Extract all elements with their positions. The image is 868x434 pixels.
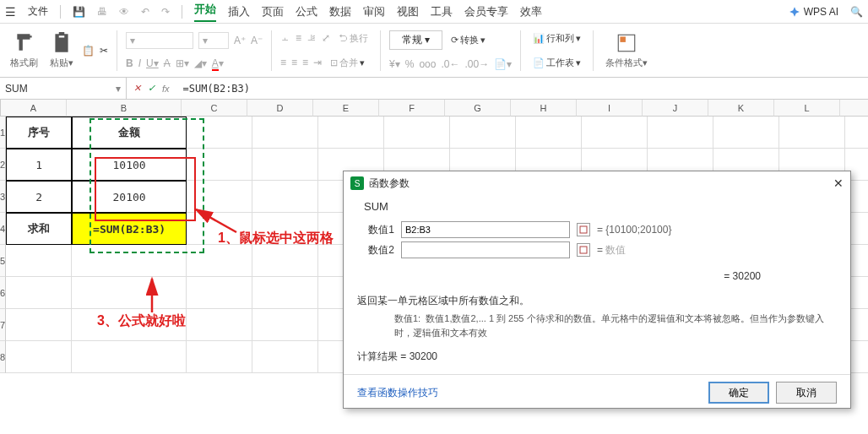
row-header[interactable]: 4 [0, 213, 6, 245]
cell[interactable] [252, 341, 318, 373]
hamburger-icon[interactable]: ☰ [5, 5, 16, 19]
cancel-formula-icon[interactable]: ✕ [133, 83, 141, 94]
comma-icon[interactable]: ooo [419, 58, 436, 70]
save-icon[interactable]: 💾 [73, 6, 85, 18]
row-header[interactable]: 5 [0, 245, 6, 277]
cell[interactable] [72, 341, 187, 373]
cell[interactable] [516, 117, 582, 149]
align-top-icon[interactable]: ⫠ [280, 32, 290, 44]
menu-file[interactable]: 文件 [28, 4, 48, 19]
fx-icon[interactable]: fx [162, 84, 170, 94]
cell[interactable] [72, 245, 187, 277]
dialog-titlebar[interactable]: S 函数参数 ✕ [344, 171, 850, 195]
col-header[interactable]: I [577, 100, 643, 117]
cell-active[interactable]: =SUM(B2:B3) [72, 213, 187, 245]
col-header[interactable]: H [511, 100, 577, 117]
cell[interactable] [72, 277, 187, 309]
cell[interactable] [72, 309, 187, 341]
cut-icon[interactable]: ✂ [100, 45, 108, 57]
formula-input[interactable]: =SUM(B2:B3) [176, 83, 868, 95]
cell[interactable] [252, 277, 318, 309]
tab-vip[interactable]: 会员专享 [464, 4, 508, 19]
col-header[interactable]: A [1, 100, 67, 117]
cell[interactable] [648, 117, 713, 149]
search-icon[interactable]: 🔍 [850, 6, 863, 18]
paste-group[interactable]: 粘贴▾ [46, 30, 77, 71]
tab-insert[interactable]: 插入 [228, 4, 250, 19]
wps-ai[interactable]: WPS AI [789, 6, 838, 18]
redo-icon[interactable]: ↷ [161, 6, 170, 18]
underline-button[interactable]: U▾ [146, 57, 159, 69]
col-header[interactable]: F [379, 100, 445, 117]
cell[interactable] [845, 117, 868, 149]
cell[interactable] [6, 277, 72, 309]
cell[interactable]: 序号 [6, 117, 72, 149]
align-left-icon[interactable]: ≡ [280, 57, 286, 68]
row-header[interactable]: 2 [0, 149, 6, 181]
cell[interactable] [6, 309, 72, 341]
name-box[interactable]: SUM▾ [0, 78, 127, 99]
col-header[interactable]: J [643, 100, 708, 117]
help-link[interactable]: 查看函数操作技巧 [357, 386, 438, 400]
format-painter-group[interactable]: 格式刷 [7, 30, 41, 71]
number-format-select[interactable]: 常规 ▾ [389, 30, 442, 50]
sheet-button[interactable]: 📄 工作表▾ [529, 55, 584, 71]
param-input-1[interactable] [401, 221, 570, 238]
row-header[interactable]: 7 [0, 309, 6, 341]
cell[interactable] [252, 245, 318, 277]
col-header[interactable]: B [67, 100, 182, 117]
row-header[interactable]: 6 [0, 277, 6, 309]
cell[interactable] [187, 277, 252, 309]
cell[interactable] [187, 245, 252, 277]
tab-review[interactable]: 审阅 [363, 4, 385, 19]
font-color-button[interactable]: A▾ [212, 57, 224, 69]
cell[interactable]: 2 [6, 181, 72, 213]
preview-icon[interactable]: 👁 [119, 6, 129, 18]
cell[interactable] [318, 117, 384, 149]
cell[interactable] [450, 117, 516, 149]
accept-formula-icon[interactable]: ✓ [148, 83, 155, 94]
cell[interactable] [252, 213, 318, 245]
cell[interactable] [713, 117, 779, 149]
convert-button[interactable]: ⟳ 转换▾ [448, 32, 489, 48]
merge-button[interactable]: ⊡合并▾ [327, 55, 368, 71]
font-size-select[interactable]: ▾ [198, 32, 229, 49]
ok-button[interactable]: 确定 [708, 382, 769, 404]
decrease-font-icon[interactable]: A⁻ [251, 35, 263, 46]
col-header[interactable]: D [247, 100, 313, 117]
tab-tools[interactable]: 工具 [431, 4, 453, 19]
align-center-icon[interactable]: ≡ [291, 57, 297, 68]
tab-page[interactable]: 页面 [262, 4, 284, 19]
cell[interactable]: 20100 [72, 181, 187, 213]
tab-start[interactable]: 开始 [194, 2, 216, 22]
orient-icon[interactable]: ⤢ [322, 32, 330, 44]
range-picker-icon[interactable] [577, 223, 590, 236]
cell[interactable] [252, 149, 318, 181]
cell[interactable] [187, 341, 252, 373]
strike-button[interactable]: A [164, 57, 171, 69]
cell[interactable] [252, 309, 318, 341]
indent-icon[interactable]: ⇥ [313, 57, 322, 68]
cell[interactable] [6, 341, 72, 373]
col-header[interactable]: E [313, 100, 379, 117]
cell[interactable] [187, 149, 252, 181]
align-mid-icon[interactable]: ≡ [296, 32, 301, 44]
font-select[interactable]: ▾ [126, 32, 193, 49]
cell[interactable]: 金额 [72, 117, 187, 149]
col-header[interactable]: M [840, 100, 868, 117]
row-header[interactable]: 3 [0, 181, 6, 213]
undo-icon[interactable]: ↶ [141, 6, 149, 18]
rowcol-button[interactable]: 📊 行和列▾ [529, 30, 584, 46]
cancel-button[interactable]: 取消 [776, 382, 837, 404]
border-button[interactable]: ⊞▾ [176, 57, 189, 69]
col-header[interactable]: G [445, 100, 511, 117]
tab-view[interactable]: 视图 [397, 4, 419, 19]
tab-efficiency[interactable]: 效率 [520, 4, 542, 19]
cell[interactable] [187, 181, 252, 213]
tab-formula[interactable]: 公式 [296, 4, 317, 19]
condfmt-group[interactable]: 条件格式▾ [602, 30, 651, 71]
col-header[interactable]: K [708, 100, 774, 117]
increase-font-icon[interactable]: A⁺ [234, 35, 246, 46]
type-convert-icon[interactable]: 📄▾ [494, 58, 512, 70]
cell[interactable]: 求和 [6, 213, 72, 245]
